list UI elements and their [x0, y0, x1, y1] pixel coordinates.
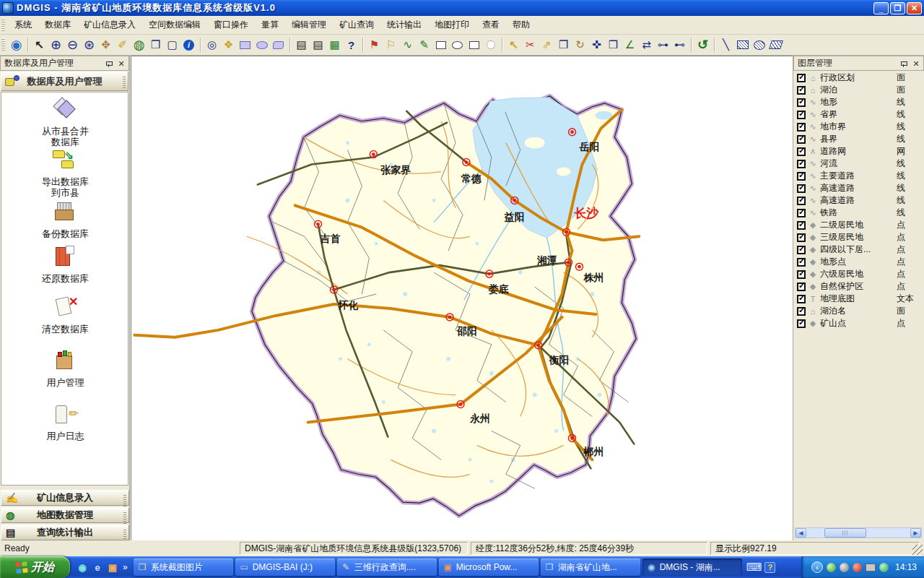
layer-checkbox[interactable] [797, 172, 806, 181]
query-stats-bar[interactable]: ▤ 查询统计输出 [1, 525, 129, 540]
hunan-map[interactable]: 张家界 常德 岳阳 益阳 长沙 吉首 湘潭 株州 娄底 怀化 邵阳 衡阳 永州 … [131, 56, 792, 540]
layer-row[interactable]: ∿主要道路线 [794, 170, 924, 182]
menu-measure[interactable]: 量算 [255, 17, 285, 33]
pan-icon[interactable]: ✥ [97, 37, 114, 53]
menu-window-ops[interactable]: 窗口操作 [207, 17, 255, 33]
draw-ellipse-icon[interactable] [449, 37, 466, 53]
layer-row[interactable]: ◆地形点点 [794, 256, 924, 268]
menu-grip[interactable] [1, 19, 5, 32]
resize-grip[interactable] [912, 545, 923, 555]
print-preview-icon[interactable]: ◎ [204, 37, 220, 53]
layer-row[interactable]: ⌂湖泊名面 [794, 305, 924, 317]
layer-checkbox[interactable] [797, 160, 806, 168]
zoom-in-icon[interactable]: ⊕ [48, 37, 64, 53]
hatch-ellipse-icon[interactable] [751, 37, 767, 53]
undo-icon[interactable]: ↺ [694, 37, 711, 53]
task-screenshot-folder[interactable]: ❒系统截图图片 [134, 558, 233, 576]
pin-icon[interactable] [104, 59, 114, 69]
menu-stats-output[interactable]: 统计输出 [380, 17, 428, 33]
print-icon[interactable]: ▤ [293, 37, 310, 53]
task-3d-query[interactable]: ✎三维行政查询.... [337, 558, 437, 576]
layer-horizontal-scrollbar[interactable]: ◄ ► [795, 527, 922, 538]
layer-checkbox[interactable] [797, 233, 806, 242]
full-extent-icon[interactable]: ◍ [131, 37, 147, 53]
hatch-rect-icon[interactable] [734, 37, 751, 53]
zoom-window-icon[interactable]: ⊛ [81, 37, 97, 53]
database-group-header[interactable]: 数据库及用户管理 [1, 72, 128, 91]
flag-a-icon[interactable]: ⚑ [366, 37, 383, 53]
layer-checkbox[interactable] [797, 319, 806, 328]
layer-row[interactable]: ◆二级居民地点 [794, 219, 924, 231]
left-dock-title[interactable]: 数据库及用户管理 ✕ [0, 56, 129, 71]
menu-help[interactable]: 帮助 [506, 17, 536, 33]
draw-sketch-icon[interactable]: ✎ [416, 37, 432, 53]
layer-row[interactable]: ∿高速道路线 [794, 194, 924, 207]
menu-spatial-edit[interactable]: 空间数据编辑 [142, 17, 207, 33]
scroll-thumb[interactable] [824, 528, 866, 538]
task-hunan-doc[interactable]: ❒湖南省矿山地... [541, 558, 640, 576]
layer-checkbox[interactable] [797, 307, 806, 316]
toolbar-grip[interactable] [1, 38, 5, 51]
layer-row[interactable]: ⌂行政区划面 [794, 72, 924, 84]
select-round-icon[interactable] [270, 37, 287, 53]
tray-volume-icon[interactable] [840, 563, 849, 572]
close-panel-icon[interactable]: ✕ [116, 59, 126, 69]
layer-checkbox[interactable] [797, 123, 806, 131]
layer-checkbox[interactable] [797, 270, 806, 279]
close-button[interactable]: ✕ [907, 2, 922, 14]
layer-row[interactable]: ∧道路网网 [794, 145, 924, 158]
menu-database[interactable]: 数据库 [38, 17, 77, 33]
new-window-icon[interactable]: ▢ [164, 37, 180, 53]
layer-row[interactable]: T地理底图文本 [794, 293, 924, 305]
menu-mine-entry[interactable]: 矿山信息录入 [77, 17, 142, 33]
node-del-icon[interactable]: ⊷ [671, 37, 688, 53]
backup-db-item[interactable]: 备份数据库 [1, 201, 128, 239]
layer-row[interactable]: ∿县界线 [794, 133, 924, 145]
select-rect-icon[interactable] [237, 37, 253, 53]
tray-network-icon[interactable] [866, 564, 876, 571]
layer-checkbox[interactable] [797, 135, 806, 144]
edit-select-icon[interactable]: ↖ [505, 37, 522, 53]
redraw-brush-icon[interactable]: ✐ [114, 37, 131, 53]
layer-checkbox[interactable] [797, 282, 806, 291]
quicklaunch-mail-icon[interactable]: ▣ [106, 561, 119, 574]
language-help-icon[interactable]: ? [764, 562, 775, 573]
print-setup-icon[interactable]: ▤ [310, 37, 326, 53]
select-ellipse-icon[interactable] [253, 37, 270, 53]
edit-attr-icon[interactable]: ❒ [605, 37, 622, 53]
layer-checkbox[interactable] [797, 246, 806, 254]
info-icon[interactable]: i [180, 37, 197, 53]
tray-collapse-chevron-icon[interactable]: ‹ [811, 561, 823, 573]
app-globe-icon[interactable]: ◉ [8, 37, 25, 53]
layer-checkbox[interactable] [797, 184, 806, 193]
copy-icon[interactable]: ❐ [555, 37, 572, 53]
zoom-out-icon[interactable]: ⊖ [64, 37, 81, 53]
layer-row[interactable]: ∿河流线 [794, 158, 924, 170]
layer-row[interactable]: ∿铁路线 [794, 207, 924, 219]
layer-row[interactable]: ◆自然保护区点 [794, 280, 924, 293]
pin-icon[interactable] [899, 59, 909, 69]
export-db-item[interactable]: ⇘ 导出数据库 到市县 [1, 149, 128, 198]
menu-edit-manage[interactable]: 编辑管理 [285, 17, 333, 33]
node-add-icon[interactable]: ⊶ [655, 37, 671, 53]
draw-line-icon[interactable]: ∿ [399, 37, 416, 53]
minimize-button[interactable]: _ [873, 2, 889, 14]
start-button[interactable]: 开始 [0, 556, 70, 578]
map-data-bar[interactable]: ◍ 地图数据管理 [1, 507, 129, 523]
cascade-windows-icon[interactable]: ❐ [147, 37, 164, 53]
layer-row[interactable]: ◆四级以下居...点 [794, 243, 924, 256]
node-edit-icon[interactable]: ⇄ [638, 37, 655, 53]
keyboard-icon[interactable]: ⌨ [746, 561, 762, 574]
layer-checkbox[interactable] [797, 74, 806, 82]
measure-icon[interactable]: ∠ [622, 37, 638, 53]
close-panel-icon[interactable]: ✕ [911, 59, 921, 69]
map-canvas[interactable]: 张家界 常德 岳阳 益阳 长沙 吉首 湘潭 株州 娄底 怀化 邵阳 衡阳 永州 … [131, 56, 793, 540]
move-icon[interactable]: ✜ [588, 37, 605, 53]
clear-db-item[interactable]: ✕ 清空数据库 [1, 296, 128, 335]
quicklaunch-overflow-chevron[interactable]: » [121, 562, 129, 572]
hatch-para-icon[interactable] [767, 37, 784, 53]
restore-db-item[interactable]: 还原数据库 [1, 246, 128, 284]
draw-rect-icon[interactable] [432, 37, 449, 53]
menu-mine-query[interactable]: 矿山查询 [333, 17, 380, 33]
layer-checkbox[interactable] [797, 111, 806, 119]
